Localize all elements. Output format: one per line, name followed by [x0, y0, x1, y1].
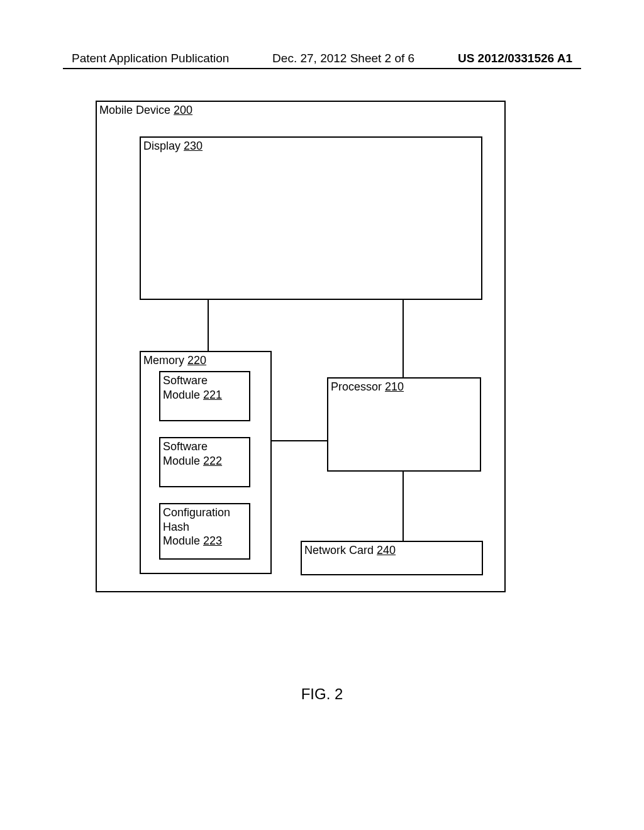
processor-label: Processor 210 [331, 380, 404, 394]
config-hash-module-text: ConfigurationHashModule 223 [163, 506, 230, 547]
display-box: Display 230 [140, 136, 482, 300]
software-module-1-box: SoftwareModule 221 [159, 371, 250, 421]
patent-page: Patent Application Publication Dec. 27, … [0, 0, 644, 830]
connector-processor-network [402, 472, 404, 541]
figure-caption: FIG. 2 [0, 685, 644, 703]
header-right: US 2012/0331526 A1 [458, 52, 572, 65]
network-card-box: Network Card 240 [301, 541, 483, 575]
network-card-label: Network Card 240 [304, 543, 396, 558]
connector-display-processor [402, 300, 404, 377]
page-header: Patent Application Publication Dec. 27, … [72, 52, 572, 65]
header-center: Dec. 27, 2012 Sheet 2 of 6 [272, 52, 414, 65]
config-hash-module-box: ConfigurationHashModule 223 [159, 503, 250, 560]
display-label: Display 230 [143, 139, 203, 153]
software-module-1-text: SoftwareModule 221 [163, 374, 222, 401]
software-module-2-label: SoftwareModule 222 [163, 440, 222, 468]
mobile-device-label: Mobile Device 200 [99, 103, 192, 118]
software-module-2-text: SoftwareModule 222 [163, 440, 222, 467]
memory-label: Memory 220 [143, 353, 206, 368]
processor-box: Processor 210 [327, 377, 481, 472]
software-module-2-box: SoftwareModule 222 [159, 437, 250, 487]
software-module-1-label: SoftwareModule 221 [163, 374, 222, 402]
config-hash-module-label: ConfigurationHashModule 223 [163, 506, 230, 548]
connector-memory-processor [272, 440, 327, 441]
header-rule [63, 68, 581, 69]
header-left: Patent Application Publication [72, 52, 229, 65]
connector-display-memory [208, 300, 209, 351]
